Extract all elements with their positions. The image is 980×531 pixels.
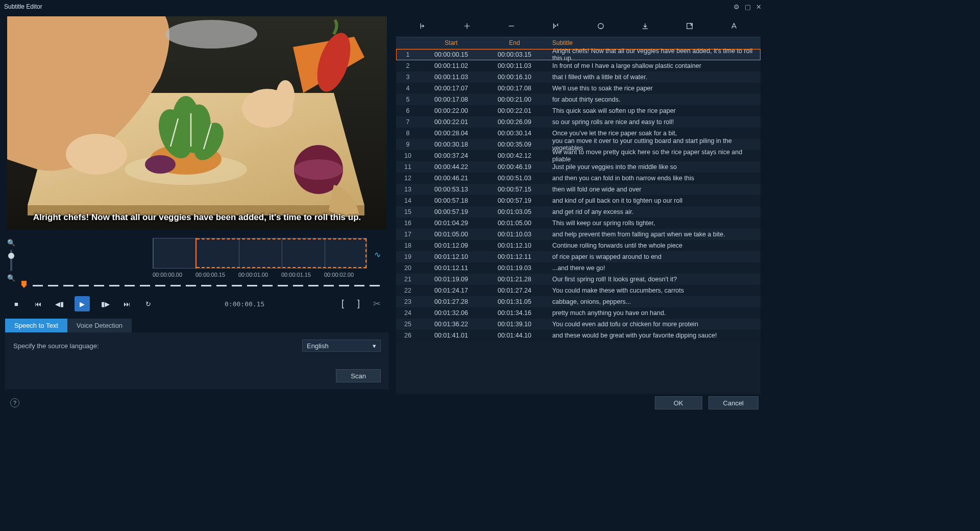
row-end[interactable]: 00:01:44.10 (483, 332, 546, 339)
row-end[interactable]: 00:00:30.14 (483, 130, 546, 137)
tab-speech-to-text[interactable]: Speech to Text (5, 319, 67, 332)
row-text[interactable]: and then you can fold in both narrow end… (546, 175, 761, 182)
row-start[interactable]: 00:01:32.06 (420, 309, 483, 317)
cut-button[interactable]: ✂ (373, 298, 381, 309)
table-row[interactable]: 300:00:11.0300:00:16.10that I filled wit… (396, 71, 761, 83)
table-row[interactable]: 2600:01:41.0100:01:44.10and these would … (396, 330, 761, 341)
row-start[interactable]: 00:01:19.09 (420, 276, 483, 283)
tab-voice-detection[interactable]: Voice Detection (67, 319, 132, 332)
video-preview[interactable]: Alright chefs! Now that all our veggies … (7, 16, 387, 230)
row-start[interactable]: 00:00:11.03 (420, 74, 483, 81)
row-text[interactable]: ...and there we go! (546, 264, 761, 272)
row-end[interactable]: 00:01:12.11 (483, 253, 546, 260)
row-start[interactable]: 00:01:12.10 (420, 253, 483, 260)
row-end[interactable]: 00:00:42.12 (483, 152, 546, 159)
row-start[interactable]: 00:00:17.07 (420, 85, 483, 92)
row-start[interactable]: 00:00:44.22 (420, 163, 483, 171)
row-text[interactable]: Alright chefs! Now that all our veggies … (546, 47, 761, 62)
table-row[interactable]: 2200:01:24.1700:01:27.24You could make t… (396, 285, 761, 296)
table-row[interactable]: 1600:01:04.2900:01:05.00This will keep o… (396, 218, 761, 229)
timeline-ruler[interactable] (17, 281, 389, 289)
row-end[interactable]: 00:00:21.00 (483, 96, 546, 103)
row-text[interactable]: We want to move pretty quick here so the… (546, 149, 761, 163)
row-start[interactable]: 00:00:53.13 (420, 186, 483, 193)
row-text[interactable]: Just pile your veggies into the middle l… (546, 163, 761, 171)
subtitle-table[interactable]: Start End Subtitle 100:00:00.1500:00:03.… (396, 37, 761, 394)
table-row[interactable]: 2500:01:36.2200:01:39.10You could even a… (396, 319, 761, 330)
timeline-track[interactable]: ∿ (153, 238, 367, 269)
row-start[interactable]: 00:00:17.08 (420, 96, 483, 103)
loop-button[interactable]: ↻ (142, 300, 154, 308)
row-end[interactable]: 00:00:26.09 (483, 118, 546, 126)
language-select[interactable]: English ▾ (302, 340, 381, 352)
row-text[interactable]: pretty much anything you have on hand. (546, 309, 761, 317)
table-row[interactable]: 2300:01:27.2800:01:31.05cabbage, onions,… (396, 296, 761, 307)
mark-in-button[interactable]: [ (341, 298, 344, 309)
row-end[interactable]: 00:00:57.19 (483, 197, 546, 204)
mark-out-button[interactable]: ] (357, 298, 360, 309)
timecode-display[interactable]: 0:00:00.15 (225, 300, 264, 308)
row-text[interactable]: We'll use this to soak the rice paper (546, 85, 761, 92)
row-end[interactable]: 00:01:21.28 (483, 276, 546, 283)
table-row[interactable]: 1900:01:12.1000:01:12.11of rice paper is… (396, 251, 761, 262)
table-row[interactable]: 1400:00:57.1800:00:57.19and kind of pull… (396, 195, 761, 206)
zoom-in-icon[interactable]: 🔍 (7, 239, 15, 247)
table-row[interactable]: 1200:00:46.2100:00:51.03and then you can… (396, 173, 761, 184)
table-row[interactable]: 2100:01:19.0900:01:21.28Our first spring… (396, 274, 761, 285)
scan-button[interactable]: Scan (336, 369, 381, 382)
play-button[interactable]: ▶ (75, 296, 90, 311)
row-text[interactable]: that I filled with a little bit of water… (546, 74, 761, 81)
table-row[interactable]: 600:00:22.0000:00:22.01This quick soak w… (396, 105, 761, 116)
table-row[interactable]: 700:00:22.0100:00:26.09so our spring rol… (396, 116, 761, 128)
table-row[interactable]: 400:00:17.0700:00:17.08We'll use this to… (396, 83, 761, 94)
row-text[interactable]: cabbage, onions, peppers... (546, 298, 761, 305)
zoom-slider[interactable] (10, 250, 12, 271)
row-text[interactable]: so our spring rolls are nice and easy to… (546, 118, 761, 126)
table-row[interactable]: 2000:01:12.1100:01:19.03...and there we … (396, 262, 761, 274)
table-row[interactable]: 1700:01:05.0000:01:10.03and help prevent… (396, 229, 761, 240)
row-text[interactable]: and kind of pull back on it to tighten u… (546, 197, 761, 204)
row-end[interactable]: 00:01:19.03 (483, 264, 546, 272)
row-text[interactable]: and get rid of any excess air. (546, 208, 761, 215)
row-start[interactable]: 00:00:37.24 (420, 152, 483, 159)
row-end[interactable]: 00:00:11.03 (483, 62, 546, 69)
table-row[interactable]: 100:00:00.1500:00:03.15Alright chefs! No… (396, 49, 761, 60)
row-end[interactable]: 00:01:31.05 (483, 298, 546, 305)
row-text[interactable]: Continue rolling forwards until the whol… (546, 242, 761, 249)
settings-icon[interactable]: ⚙ (733, 3, 740, 11)
next-button[interactable]: ⏭ (120, 300, 133, 308)
row-start[interactable]: 00:01:41.01 (420, 332, 483, 339)
zoom-out-icon[interactable]: 🔍 (7, 274, 15, 282)
row-text[interactable]: Once you've let the rice paper soak for … (546, 130, 761, 137)
prev-button[interactable]: ⏮ (32, 300, 44, 308)
table-row[interactable]: 2400:01:32.0600:01:34.16pretty much anyt… (396, 307, 761, 319)
help-button[interactable]: ? (10, 398, 19, 407)
row-end[interactable]: 00:01:39.10 (483, 321, 546, 328)
row-start[interactable]: 00:01:24.17 (420, 287, 483, 294)
row-end[interactable]: 00:01:34.16 (483, 309, 546, 317)
row-start[interactable]: 00:00:11.02 (420, 62, 483, 69)
row-start[interactable]: 00:00:57.19 (420, 208, 483, 215)
ruler-marker[interactable] (21, 281, 27, 288)
stop-button[interactable]: ■ (10, 300, 22, 308)
row-text[interactable]: You could make these with cucumbers, car… (546, 287, 761, 294)
step-fwd-button[interactable]: ▮▶ (99, 300, 111, 308)
header-subtitle[interactable]: Subtitle (546, 39, 761, 46)
row-text[interactable]: You could even add tofu or chicken for m… (546, 321, 761, 328)
waveform-icon[interactable]: ∿ (374, 250, 381, 259)
row-text[interactable]: This will keep our spring rolls tighter, (546, 220, 761, 227)
row-start[interactable]: 00:00:22.01 (420, 118, 483, 126)
table-row[interactable]: 1500:00:57.1900:01:03.05and get rid of a… (396, 206, 761, 218)
row-end[interactable]: 00:00:46.19 (483, 163, 546, 171)
header-start[interactable]: Start (420, 39, 483, 46)
row-end[interactable]: 00:00:16.10 (483, 74, 546, 81)
header-end[interactable]: End (483, 39, 546, 46)
row-text[interactable]: In front of me I have a large shallow pl… (546, 62, 761, 69)
table-row[interactable]: 1800:01:12.0900:01:12.10Continue rolling… (396, 240, 761, 251)
row-start[interactable]: 00:01:27.28 (420, 298, 483, 305)
row-start[interactable]: 00:00:28.04 (420, 130, 483, 137)
row-end[interactable]: 00:01:10.03 (483, 231, 546, 238)
sync-icon[interactable] (594, 21, 607, 32)
row-text[interactable]: and these would be great with your favor… (546, 332, 761, 339)
row-end[interactable]: 00:00:22.01 (483, 107, 546, 114)
